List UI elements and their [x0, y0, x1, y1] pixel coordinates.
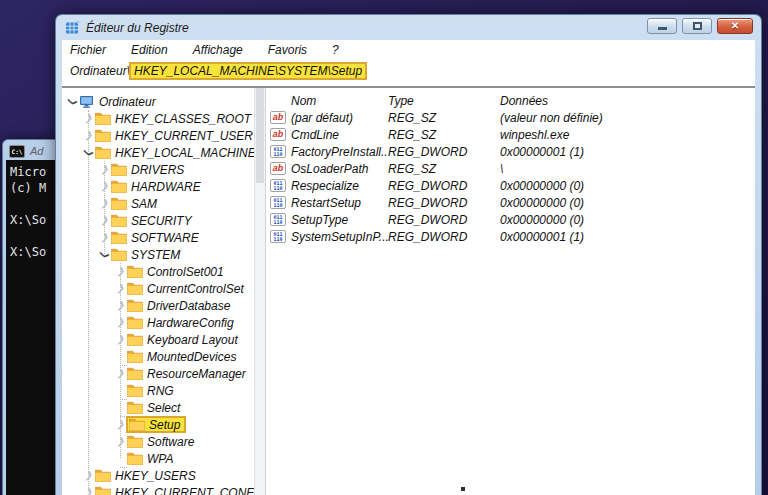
tree-item-sam[interactable]: ❯SAM — [62, 195, 254, 212]
string-value-icon: ab — [270, 162, 286, 175]
dword-value-icon: 011110 — [270, 196, 286, 209]
tree-item-security[interactable]: ❯SECURITY — [62, 212, 254, 229]
chevron-down-icon[interactable]: ❯ — [66, 93, 79, 110]
column-header-donn-es[interactable]: Données — [500, 94, 755, 108]
tree-item-select[interactable]: Select — [62, 399, 254, 416]
chevron-right-icon[interactable]: ❯ — [98, 161, 111, 178]
chevron-right-icon[interactable]: ❯ — [114, 263, 127, 280]
tree-item-label: SYSTEM — [129, 248, 180, 262]
chevron-right-icon[interactable]: ❯ — [98, 195, 111, 212]
tree-item-driverdatabase[interactable]: ❯DriverDatabase — [62, 297, 254, 314]
tree-item-software[interactable]: ❯Software — [62, 433, 254, 450]
registry-value-row[interactable]: 011110RestartSetupREG_DWORD0x00000000 (0… — [266, 194, 755, 211]
highlighted-tree-node: Setup — [126, 416, 186, 433]
computer-icon — [79, 95, 97, 109]
value-data: 0x00000000 (0) — [500, 196, 755, 210]
chevron-right-icon[interactable]: ❯ — [82, 110, 95, 127]
chevron-right-icon[interactable]: ❯ — [82, 467, 95, 484]
tree-item-hkey-current-config[interactable]: ❯HKEY_CURRENT_CONFIG — [62, 484, 254, 495]
chevron-right-icon[interactable]: ❯ — [114, 297, 127, 314]
tree-item-software[interactable]: ❯SOFTWARE — [62, 229, 254, 246]
chevron-right-icon[interactable]: ❯ — [114, 365, 127, 382]
tree-item-setup[interactable]: ❯Setup — [62, 416, 254, 433]
value-data: 0x00000001 (1) — [500, 230, 755, 244]
tree-item-mounteddevices[interactable]: MountedDevices — [62, 348, 254, 365]
tree-item-hkey-users[interactable]: ❯HKEY_USERS — [62, 467, 254, 484]
dword-value-icon: 011110 — [270, 145, 286, 158]
tree-item-hkey-local-machine[interactable]: ❯HKEY_LOCAL_MACHINE — [62, 144, 254, 161]
tree-item-system[interactable]: ❯SYSTEM — [62, 246, 254, 263]
minimize-button[interactable] — [647, 18, 677, 34]
close-button[interactable]: ✕ — [717, 18, 753, 34]
column-header-type[interactable]: Type — [388, 94, 500, 108]
chevron-right-icon[interactable]: ❯ — [114, 280, 127, 297]
menu-fichier[interactable]: Fichier — [70, 43, 106, 57]
tree-item-hkey-classes-root[interactable]: ❯HKEY_CLASSES_ROOT — [62, 110, 254, 127]
tree-scrollbar-thumb[interactable] — [256, 88, 264, 183]
value-type: REG_SZ — [388, 128, 500, 142]
values-list: ab(par défaut)REG_SZ(valeur non définie)… — [266, 109, 755, 245]
folder-icon — [127, 435, 145, 448]
folder-icon — [127, 282, 145, 295]
tree-item-currentcontrolset[interactable]: ❯CurrentControlSet — [62, 280, 254, 297]
tree-item-ordinateur[interactable]: ❯Ordinateur — [62, 93, 254, 110]
tree-item-hardwareconfig[interactable]: ❯HardwareConfig — [62, 314, 254, 331]
chevron-right-icon[interactable]: ❯ — [114, 433, 127, 450]
chevron-down-icon[interactable]: ❯ — [82, 144, 95, 161]
menu-[interactable]: ? — [332, 43, 339, 57]
chevron-right-icon[interactable]: ❯ — [98, 178, 111, 195]
folder-icon — [127, 452, 145, 465]
regedit-icon — [65, 20, 80, 35]
tree-scrollbar[interactable] — [254, 88, 266, 495]
titlebar[interactable]: Éditeur du Registre ✕ — [56, 15, 761, 40]
maximize-button[interactable] — [682, 18, 712, 34]
tree-item-label: HKEY_USERS — [113, 469, 196, 483]
value-data: (valeur non définie) — [500, 111, 755, 125]
registry-value-row[interactable]: 011110RespecializeREG_DWORD0x00000000 (0… — [266, 177, 755, 194]
value-type: REG_DWORD — [388, 230, 500, 244]
chevron-right-icon[interactable]: ❯ — [98, 229, 111, 246]
chevron-right-icon[interactable]: ❯ — [114, 331, 127, 348]
registry-value-row[interactable]: ab(par défaut)REG_SZ(valeur non définie) — [266, 109, 755, 126]
folder-icon — [111, 180, 129, 193]
mouse-cursor — [461, 487, 465, 491]
address-bar[interactable]: Ordinateur\HKEY_LOCAL_MACHINE\SYSTEM\Set… — [62, 60, 755, 81]
chevron-right-icon[interactable]: ❯ — [114, 416, 127, 433]
value-name: OsLoaderPath — [291, 162, 368, 176]
column-headers: NomTypeDonnées — [266, 92, 755, 109]
folder-icon — [111, 248, 129, 261]
tree-item-wpa[interactable]: WPA — [62, 450, 254, 467]
value-type: REG_DWORD — [388, 213, 500, 227]
tree-item-hardware[interactable]: ❯HARDWARE — [62, 178, 254, 195]
value-type: REG_SZ — [388, 162, 500, 176]
folder-icon — [129, 418, 147, 431]
folder-icon — [127, 384, 145, 397]
menu-edition[interactable]: Edition — [131, 43, 168, 57]
chevron-right-icon[interactable]: ❯ — [82, 127, 95, 144]
chevron-right-icon[interactable]: ❯ — [82, 484, 95, 495]
registry-tree: ❯Ordinateur❯HKEY_CLASSES_ROOT❯HKEY_CURRE… — [62, 88, 254, 495]
registry-value-row[interactable]: abCmdLineREG_SZwinpeshl.exe — [266, 126, 755, 143]
tree-item-drivers[interactable]: ❯DRIVERS — [62, 161, 254, 178]
tree-item-label: ControlSet001 — [145, 265, 224, 279]
registry-value-row[interactable]: abOsLoaderPathREG_SZ\ — [266, 160, 755, 177]
registry-value-row[interactable]: 011110SystemSetupInP...REG_DWORD0x000000… — [266, 228, 755, 245]
menu-affichage[interactable]: Affichage — [193, 43, 243, 57]
chevron-right-icon[interactable]: ❯ — [98, 212, 111, 229]
tree-item-keyboard-layout[interactable]: ❯Keyboard Layout — [62, 331, 254, 348]
dword-value-icon: 011110 — [270, 213, 286, 226]
tree-item-resourcemanager[interactable]: ❯ResourceManager — [62, 365, 254, 382]
chevron-right-icon[interactable]: ❯ — [114, 314, 127, 331]
registry-value-row[interactable]: 011110FactoryPreInstall...REG_DWORD0x000… — [266, 143, 755, 160]
tree-item-controlset001[interactable]: ❯ControlSet001 — [62, 263, 254, 280]
column-header-nom[interactable]: Nom — [266, 94, 388, 108]
tree-item-rng[interactable]: RNG — [62, 382, 254, 399]
registry-value-row[interactable]: 011110SetupTypeREG_DWORD0x00000000 (0) — [266, 211, 755, 228]
tree-item-hkey-current-user[interactable]: ❯HKEY_CURRENT_USER — [62, 127, 254, 144]
tree-item-label: HKEY_CURRENT_CONFIG — [113, 486, 254, 495]
folder-icon — [111, 163, 129, 176]
chevron-down-icon[interactable]: ❯ — [98, 246, 111, 263]
tree-item-label: CurrentControlSet — [145, 282, 244, 296]
tree-item-label: Ordinateur — [97, 95, 156, 109]
menu-favoris[interactable]: Favoris — [268, 43, 307, 57]
